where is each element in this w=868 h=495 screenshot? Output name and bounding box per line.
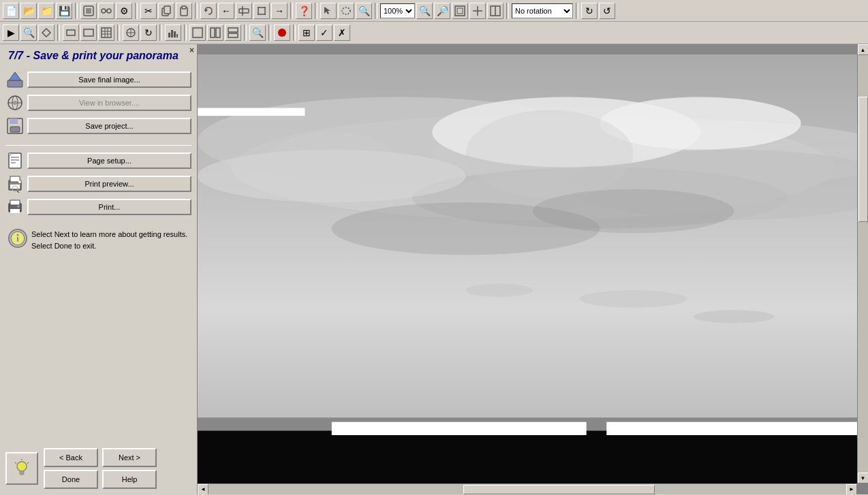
lasso-btn[interactable] xyxy=(338,3,354,19)
close-btn[interactable]: × xyxy=(189,46,194,55)
svg-rect-45 xyxy=(7,80,22,87)
rotate2-btn[interactable]: ↻ xyxy=(140,25,157,41)
stitch-btn[interactable] xyxy=(98,3,114,19)
view2-btn[interactable] xyxy=(207,25,223,41)
view1-btn[interactable] xyxy=(189,25,206,41)
zoom-in-btn[interactable]: 🔍 xyxy=(416,3,433,19)
scrollbar-h: ◄ ► xyxy=(198,483,857,494)
svg-rect-67 xyxy=(10,209,20,213)
cursor-btn[interactable] xyxy=(320,3,337,19)
svg-rect-93 xyxy=(198,108,305,116)
rotation-select[interactable]: No rotation xyxy=(512,3,573,18)
scroll-thumb-h[interactable] xyxy=(463,485,655,494)
sep12 xyxy=(184,25,187,41)
scroll-left-btn[interactable]: ◄ xyxy=(198,484,208,495)
save-final-image-btn[interactable]: Save final image... xyxy=(27,71,191,88)
rotate-cw-btn[interactable]: ↻ xyxy=(581,3,598,19)
toolbar-container: 📄 📂 📁 💾 ⚙ ✂ ← → ❓ xyxy=(0,0,868,44)
frame-btn[interactable] xyxy=(63,25,79,41)
svg-marker-24 xyxy=(42,29,50,37)
record-btn[interactable] xyxy=(274,25,290,41)
svg-marker-16 xyxy=(324,7,330,14)
sep5 xyxy=(315,3,317,19)
print-btn[interactable]: Print... xyxy=(27,199,191,215)
settings-btn[interactable]: ⚙ xyxy=(116,3,132,19)
svg-rect-95 xyxy=(606,422,868,435)
paste-btn[interactable] xyxy=(176,3,192,19)
grid3-btn[interactable]: ⊞ xyxy=(298,25,315,41)
crop-btn[interactable] xyxy=(253,3,270,19)
print-preview-icon xyxy=(5,174,25,193)
svg-rect-10 xyxy=(239,9,249,13)
histogram-btn[interactable] xyxy=(165,25,181,41)
svg-point-17 xyxy=(342,7,350,14)
vsplit-btn[interactable] xyxy=(487,3,503,19)
scroll-right-btn[interactable]: ► xyxy=(846,484,857,495)
toolbar-row1: 📄 📂 📁 💾 ⚙ ✂ ← → ❓ xyxy=(0,0,868,22)
fit-btn[interactable] xyxy=(452,3,468,19)
grid2-btn[interactable] xyxy=(98,25,114,41)
svg-rect-74 xyxy=(20,473,24,475)
cut-btn[interactable]: ✂ xyxy=(140,3,157,19)
rect-btn[interactable] xyxy=(80,25,97,41)
zoom-tool2-btn[interactable]: 🔍 xyxy=(249,25,266,41)
view-browser-btn[interactable]: View in browser.... xyxy=(27,95,191,111)
open-folder-btn[interactable]: 📂 xyxy=(20,3,37,19)
back-arrow-btn[interactable]: ← xyxy=(218,3,234,19)
help-btn[interactable]: Help xyxy=(102,470,157,489)
help-toolbar-btn[interactable]: ❓ xyxy=(296,3,312,19)
sep3 xyxy=(195,3,198,19)
svg-rect-61 xyxy=(10,185,20,189)
sep15 xyxy=(293,25,296,41)
svg-rect-1 xyxy=(86,8,91,14)
compress-btn[interactable] xyxy=(38,25,55,41)
crosshair-btn[interactable] xyxy=(469,3,486,19)
print-preview-row: Print preview... xyxy=(5,174,191,193)
svg-line-64 xyxy=(17,191,19,193)
scroll-up-btn[interactable]: ▲ xyxy=(858,44,869,55)
play-btn[interactable]: ▶ xyxy=(3,25,19,41)
view3-btn[interactable] xyxy=(225,25,241,41)
scroll-track-h[interactable] xyxy=(208,484,846,495)
next-btn[interactable]: Next > xyxy=(102,448,157,467)
x-btn[interactable]: ✗ xyxy=(334,25,350,41)
save-btn[interactable]: 💾 xyxy=(56,3,72,19)
scroll-track-v[interactable] xyxy=(858,55,869,473)
copy-btn[interactable] xyxy=(158,3,174,19)
zoom-select[interactable]: 100% xyxy=(380,3,415,18)
sep6 xyxy=(375,3,377,19)
sep8 xyxy=(576,3,578,19)
done-btn[interactable]: Done xyxy=(44,470,98,489)
search-enhance-btn[interactable]: 🔍 xyxy=(20,25,37,41)
zoom-out-btn[interactable]: 🔎 xyxy=(434,3,450,19)
scroll-down-btn[interactable]: ▼ xyxy=(858,473,869,483)
back-btn[interactable]: < Back xyxy=(44,448,98,467)
new-btn[interactable]: 📄 xyxy=(3,3,19,19)
svg-rect-71 xyxy=(17,237,18,242)
svg-rect-54 xyxy=(9,153,21,168)
svg-rect-79 xyxy=(198,44,868,54)
save-project-btn[interactable]: Save project... xyxy=(27,118,191,134)
svg-point-68 xyxy=(18,206,20,208)
panorama-canvas xyxy=(198,44,868,483)
right-arrow-btn[interactable]: → xyxy=(271,3,288,19)
scroll-thumb-v[interactable] xyxy=(858,97,868,222)
svg-rect-38 xyxy=(176,34,178,37)
view-browser-row: View in browser.... xyxy=(5,93,191,112)
save-image-icon xyxy=(5,70,25,89)
rotate-ccw-btn[interactable]: ↺ xyxy=(599,3,615,19)
forward-arrow-btn[interactable] xyxy=(236,3,252,19)
svg-rect-6 xyxy=(164,6,170,14)
undo-btn[interactable] xyxy=(200,3,217,19)
check-btn[interactable]: ✓ xyxy=(316,25,332,41)
3d-btn[interactable] xyxy=(80,3,97,19)
print-preview-btn[interactable]: Print preview... xyxy=(27,176,191,192)
open-file-btn[interactable]: 📁 xyxy=(38,3,55,19)
lightbulb-btn[interactable] xyxy=(5,452,38,485)
circle-btn[interactable] xyxy=(123,25,139,41)
page-setup-btn[interactable]: Page setup... xyxy=(27,153,191,169)
svg-point-70 xyxy=(17,234,19,236)
main-layout: × 7/7 - Save & print your panorama Save … xyxy=(0,44,868,494)
magnify-btn[interactable]: 🔍 xyxy=(356,3,372,19)
left-panel: × 7/7 - Save & print your panorama Save … xyxy=(0,44,198,494)
